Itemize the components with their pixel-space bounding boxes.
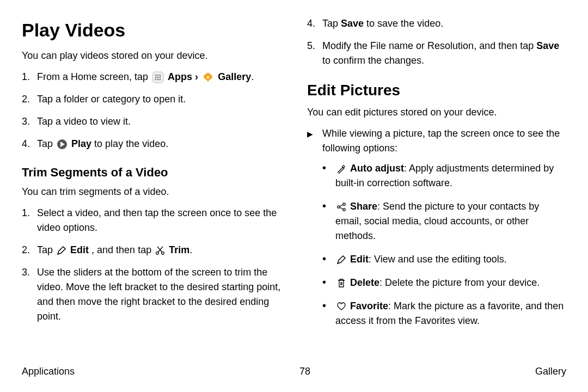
right-column: Tap Save to save the video. Modify the F…: [307, 16, 566, 354]
trim-segments-heading: Trim Segments of a Video: [22, 163, 281, 181]
svg-point-4: [155, 77, 156, 78]
arrow-item: While viewing a picture, tap the screen …: [307, 126, 566, 337]
svg-point-5: [157, 77, 158, 78]
save-label-1: Save: [341, 18, 364, 29]
svg-point-9: [159, 79, 161, 81]
step-2-text: Tap a folder or category to open it.: [37, 92, 281, 107]
option-share: Share: Send the picture to your contacts…: [322, 199, 566, 243]
trim-step-2-b: , and then tap: [91, 244, 154, 255]
play-videos-steps: From a Home screen, tap Apps › Gallery. …: [22, 70, 281, 151]
trim-segments-intro: You can trim segments of a video.: [22, 185, 281, 199]
auto-adjust-icon: [336, 164, 346, 174]
trim-label: Trim: [169, 244, 189, 255]
delete-label: Delete: [350, 277, 379, 288]
step-1-text-a: From a Home screen, tap: [37, 71, 151, 82]
apps-label: Apps: [168, 71, 192, 82]
cont-step-4: Tap Save to save the video.: [307, 16, 566, 31]
page-footer: Applications 78 Gallery: [22, 364, 566, 379]
cont-step-5: Modify the File name or Resolution, and …: [307, 39, 566, 68]
trim-steps: Select a video, and then tap the screen …: [22, 206, 281, 324]
option-edit: Edit: View and use the editing tools.: [322, 252, 566, 267]
share-label: Share: [350, 201, 377, 212]
step-3: Tap a video to view it.: [22, 114, 281, 129]
favorite-icon: [336, 302, 346, 311]
edit-label: Edit: [70, 244, 89, 255]
step-1: From a Home screen, tap Apps › Gallery.: [22, 70, 281, 84]
edit-pictures-intro: You can edit pictures stored on your dev…: [307, 105, 566, 120]
edit-options-list: Auto adjust: Apply adjustments determine…: [322, 161, 566, 328]
cont-step-4-a: Tap: [322, 18, 341, 29]
trim-step-1-text: Select a video, and then tap the screen …: [37, 206, 281, 235]
step-2: Tap a folder or category to open it.: [22, 92, 281, 107]
trim-step-1: Select a video, and then tap the screen …: [22, 206, 281, 235]
svg-point-3: [159, 75, 161, 76]
step-1-separator: ›: [195, 71, 201, 82]
svg-point-7: [155, 79, 156, 81]
left-column: Play Videos You can play videos stored o…: [22, 16, 281, 354]
save-label-2: Save: [536, 40, 559, 51]
option-auto-adjust: Auto adjust: Apply adjustments determine…: [322, 161, 566, 191]
svg-point-12: [156, 252, 159, 255]
svg-point-6: [159, 77, 161, 78]
edit-icon: [336, 255, 346, 265]
edit-pencil-icon: [57, 246, 66, 255]
edit-pictures-arrow-list: While viewing a picture, tap the screen …: [307, 126, 566, 337]
cont-step-4-b: to save the video.: [364, 18, 443, 29]
play-videos-heading: Play Videos: [22, 16, 281, 44]
delete-icon: [336, 278, 346, 288]
edit-option-label: Edit: [350, 254, 369, 265]
svg-point-1: [155, 75, 156, 76]
play-label: Play: [71, 138, 91, 149]
play-icon: [57, 139, 68, 150]
option-delete: Delete: Delete the picture from your dev…: [322, 275, 566, 290]
auto-adjust-label: Auto adjust: [350, 163, 404, 174]
step-1-end: .: [251, 71, 254, 82]
trim-step-2-c: .: [189, 244, 192, 255]
trim-step-3: Use the sliders at the bottom of the scr…: [22, 265, 281, 324]
cont-step-5-b: to confirm the changes.: [322, 55, 424, 66]
svg-point-13: [162, 252, 164, 255]
svg-point-2: [157, 75, 158, 76]
cont-step-5-a: Modify the File name or Resolution, and …: [322, 40, 536, 51]
svg-point-8: [157, 79, 158, 81]
gallery-icon: [202, 71, 214, 83]
option-favorite: Favorite: Mark the picture as a favorite…: [322, 299, 566, 328]
scissors-icon: [155, 246, 165, 255]
step-4-text-a: Tap: [37, 138, 56, 149]
delete-text: : Delete the picture from your device.: [379, 277, 540, 288]
footer-page-number: 78: [299, 364, 310, 379]
svg-point-10: [207, 76, 209, 78]
svg-point-15: [338, 206, 340, 208]
continued-steps: Tap Save to save the video. Modify the F…: [307, 16, 566, 68]
step-3-text: Tap a video to view it.: [37, 114, 281, 129]
share-icon: [336, 202, 346, 212]
favorite-label: Favorite: [350, 301, 388, 311]
trim-step-2-a: Tap: [37, 244, 56, 255]
step-4-text-b: to play the video.: [94, 138, 168, 149]
edit-option-text: : View and use the editing tools.: [369, 254, 507, 265]
svg-point-14: [343, 203, 345, 205]
gallery-label: Gallery: [218, 71, 251, 82]
svg-point-16: [343, 209, 345, 211]
step-4: Tap Play to play the video.: [22, 137, 281, 151]
footer-right: Gallery: [535, 364, 566, 379]
trim-step-2: Tap Edit , and then tap Trim.: [22, 243, 281, 258]
play-videos-intro: You can play videos stored on your devic…: [22, 48, 281, 63]
edit-pictures-heading: Edit Pictures: [307, 79, 566, 102]
arrow-item-text: While viewing a picture, tap the screen …: [322, 128, 560, 154]
trim-step-3-text: Use the sliders at the bottom of the scr…: [37, 265, 281, 324]
apps-icon: [152, 71, 164, 83]
footer-left: Applications: [22, 364, 75, 379]
